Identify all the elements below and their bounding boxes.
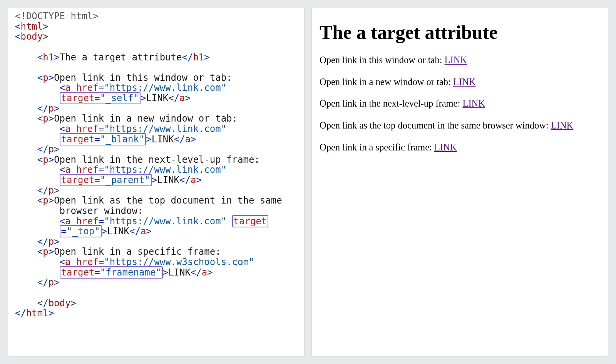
- source-code-panel: <!DOCTYPE html> <html> <body> <h1>The a …: [8, 8, 305, 356]
- target-highlight-blank: target="_blank": [60, 133, 146, 145]
- preview-link-self[interactable]: LINK: [445, 55, 467, 65]
- render-preview-panel: The a target attribute Open link in this…: [311, 8, 608, 356]
- preview-heading: The a target attribute: [320, 21, 600, 43]
- target-highlight-parent: target="_parent": [60, 174, 152, 186]
- split-view: <!DOCTYPE html> <html> <body> <h1>The a …: [0, 0, 616, 364]
- target-highlight-framename: target="framename": [60, 266, 163, 279]
- preview-para-framename: Open link in a specific frame: LINK: [320, 142, 600, 154]
- preview-para-top: Open link as the top document in the sam…: [320, 120, 600, 132]
- preview-link-top[interactable]: LINK: [551, 120, 574, 130]
- preview-link-framename[interactable]: LINK: [434, 142, 457, 152]
- preview-link-parent[interactable]: LINK: [462, 98, 485, 109]
- target-highlight-top-a: target: [232, 215, 269, 227]
- target-highlight-top-b: ="_top": [60, 225, 102, 237]
- preview-para-blank: Open link in a new window or tab: LINK: [320, 76, 600, 88]
- preview-link-blank[interactable]: LINK: [453, 77, 476, 87]
- doctype-line: <!DOCTYPE html>: [15, 11, 99, 22]
- preview-para-parent: Open link in the next-level-up frame: LI…: [320, 98, 600, 110]
- target-highlight-self: target="_self": [60, 92, 141, 104]
- preview-para-self: Open link in this window or tab: LINK: [320, 54, 600, 66]
